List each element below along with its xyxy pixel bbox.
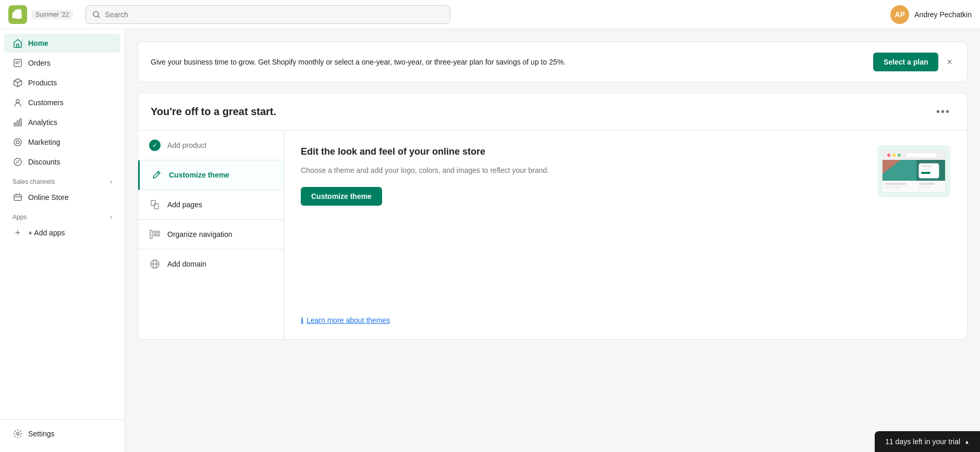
settings-icon <box>13 429 23 439</box>
setup-card-title: You're off to a great start. <box>151 106 276 118</box>
svg-rect-33 <box>921 172 930 174</box>
step-detail-description: Choose a theme and add your logo, colors… <box>301 165 865 176</box>
banner-text: Give your business time to grow. Get Sho… <box>151 57 865 68</box>
sidebar-item-label-discounts: Discounts <box>28 158 60 166</box>
step-label-customize-theme: Customize theme <box>169 171 229 179</box>
avatar: AP <box>890 5 909 24</box>
main-content: Give your business time to grow. Get Sho… <box>125 29 980 452</box>
svg-rect-13 <box>154 204 158 209</box>
svg-rect-10 <box>14 195 21 200</box>
more-options-button[interactable]: ••• <box>932 104 954 120</box>
svg-rect-26 <box>906 153 937 158</box>
sidebar-item-label-customers: Customers <box>28 98 64 107</box>
shopify-logo-icon <box>8 5 27 24</box>
sidebar-item-home[interactable]: Home <box>4 34 120 53</box>
sidebar-item-label-marketing: Marketing <box>28 138 60 146</box>
sidebar-item-settings[interactable]: Settings <box>4 424 120 443</box>
steps-list: ✓ Add product Customize theme <box>138 131 284 339</box>
sidebar-item-customers[interactable]: Customers <box>4 93 120 112</box>
customize-theme-button[interactable]: Customize theme <box>301 187 382 206</box>
sidebar-item-orders[interactable]: Orders <box>4 54 120 72</box>
chevron-right-icon: › <box>110 178 112 185</box>
step-detail-text: Edit the look and feel of your online st… <box>301 145 865 206</box>
sidebar-item-products[interactable]: Products <box>4 73 120 92</box>
learn-more-link[interactable]: ℹ Learn more about themes <box>301 316 950 324</box>
step-check-icon: ✓ <box>149 139 161 152</box>
step-add-pages[interactable]: Add pages <box>138 190 284 220</box>
sidebar-item-label-online-store: Online Store <box>28 193 69 202</box>
sidebar-item-add-apps[interactable]: + + Add apps <box>4 223 120 242</box>
svg-point-7 <box>14 139 21 146</box>
sales-channels-section: Sales channels › <box>4 172 120 187</box>
svg-point-8 <box>16 141 19 144</box>
trial-arrow-icon: ▲ <box>964 439 970 445</box>
svg-rect-38 <box>919 186 929 188</box>
trial-banner[interactable]: 11 days left in your trial ▲ <box>875 431 980 452</box>
trial-text: 11 days left in your trial <box>885 437 960 446</box>
svg-point-25 <box>898 154 901 157</box>
sidebar-item-label-settings: Settings <box>28 430 55 438</box>
step-label-add-product: Add product <box>167 141 207 149</box>
sidebar-item-label-home: Home <box>28 39 48 47</box>
sidebar-item-discounts[interactable]: Discounts <box>4 153 120 171</box>
step-label-organize-nav: Organize navigation <box>167 230 232 238</box>
search-bar[interactable] <box>85 5 450 24</box>
select-plan-button[interactable]: Select a plan <box>873 53 939 71</box>
promo-banner: Give your business time to grow. Get Sho… <box>138 42 967 82</box>
step-customize-theme-icon <box>150 169 163 181</box>
svg-point-24 <box>892 154 896 157</box>
svg-rect-12 <box>151 200 155 206</box>
sidebar-bottom: Settings <box>0 419 125 448</box>
svg-rect-6 <box>20 119 21 126</box>
step-add-pages-icon <box>149 198 161 211</box>
svg-rect-35 <box>885 183 906 185</box>
customers-icon <box>13 97 23 108</box>
svg-point-11 <box>17 433 19 435</box>
svg-rect-4 <box>14 123 16 126</box>
setup-card: You're off to a great start. ••• ✓ Add p… <box>138 93 967 340</box>
svg-rect-15 <box>154 231 160 233</box>
info-icon: ℹ <box>301 316 303 324</box>
logo-badge: Summer '22 <box>31 10 73 19</box>
step-add-domain-icon <box>149 258 161 270</box>
sidebar-item-label-analytics: Analytics <box>28 118 57 127</box>
banner-actions: Select a plan × <box>873 53 954 71</box>
step-add-domain[interactable]: Add domain <box>138 249 284 279</box>
sidebar-item-label-add-apps: + Add apps <box>28 229 65 237</box>
user-area: AP Andrey Pechatkin <box>890 5 972 24</box>
close-banner-button[interactable]: × <box>945 55 954 70</box>
svg-rect-37 <box>919 183 935 185</box>
home-icon <box>13 38 23 48</box>
online-store-icon <box>13 192 23 203</box>
discounts-icon <box>13 157 23 167</box>
step-detail-title: Edit the look and feel of your online st… <box>301 145 865 158</box>
sidebar: Home Orders Products <box>0 29 125 452</box>
add-apps-icon: + <box>13 228 23 238</box>
search-input[interactable] <box>105 10 444 19</box>
chevron-right-icon-apps: › <box>110 214 112 221</box>
search-icon <box>92 10 101 19</box>
sidebar-item-online-store[interactable]: Online Store <box>4 188 120 207</box>
orders-icon <box>13 58 23 68</box>
apps-section: Apps › <box>4 207 120 223</box>
step-add-product[interactable]: ✓ Add product <box>138 131 284 160</box>
step-detail-footer: ℹ Learn more about themes <box>301 316 950 324</box>
sidebar-item-label-orders: Orders <box>28 59 51 67</box>
svg-point-3 <box>16 99 19 103</box>
products-icon <box>13 78 23 88</box>
step-detail: Edit the look and feel of your online st… <box>284 131 967 339</box>
svg-rect-32 <box>921 169 928 170</box>
sidebar-item-label-products: Products <box>28 79 57 87</box>
setup-body: ✓ Add product Customize theme <box>138 131 967 339</box>
svg-rect-14 <box>150 230 152 238</box>
sidebar-item-analytics[interactable]: Analytics <box>4 113 120 132</box>
step-customize-theme[interactable]: Customize theme <box>138 160 284 190</box>
step-organize-navigation[interactable]: Organize navigation <box>138 220 284 249</box>
svg-rect-16 <box>154 234 160 236</box>
svg-point-23 <box>887 154 890 157</box>
store-illustration-svg <box>877 145 950 197</box>
svg-rect-36 <box>885 186 901 188</box>
step-detail-content: Edit the look and feel of your online st… <box>301 145 950 206</box>
sidebar-item-marketing[interactable]: Marketing <box>4 133 120 152</box>
step-organize-nav-icon <box>149 228 161 241</box>
